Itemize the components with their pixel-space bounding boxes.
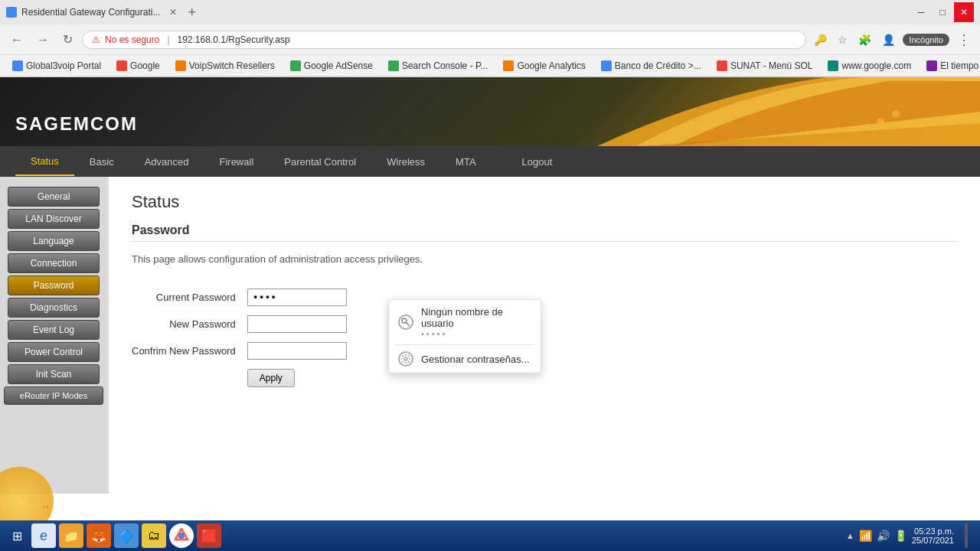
sidebar-item-general[interactable]: General: [8, 187, 100, 207]
title-bar: Residential Gateway Configurati... ✕ + ─…: [0, 0, 980, 24]
page-area: Status Password This page allows configu…: [107, 177, 980, 494]
url-text: 192.168.0.1/RgSecurity.asp: [178, 34, 797, 45]
bookmark-voipswitch[interactable]: VoipSwitch Resellers: [169, 59, 281, 73]
bookmark-label-google: Google: [130, 60, 160, 71]
sidebar-item-password[interactable]: Password: [8, 276, 100, 295]
window-controls: ─ □ ✕: [911, 2, 974, 22]
taskbar-red-icon[interactable]: 🟥: [197, 523, 221, 548]
nav-item-status[interactable]: Status: [15, 148, 74, 176]
bookmark-favicon-voipswitch: [175, 60, 186, 71]
svg-point-1: [892, 110, 900, 118]
sidebar-item-eventlog[interactable]: Event Log: [8, 320, 100, 340]
tray-battery-icon: 🔋: [894, 530, 907, 542]
nav-icons: 🔑 ☆ 🧩 👤 Incógnito: [811, 31, 949, 49]
confirm-password-label: Confrim New Password: [132, 337, 247, 364]
lock-icon: ⚠: [92, 34, 100, 45]
browser-chrome: Residential Gateway Configurati... ✕ + ─…: [0, 0, 980, 77]
close-button[interactable]: ✕: [954, 2, 974, 22]
current-password-label: Current Password: [132, 284, 247, 311]
bookmark-wwwgoogle[interactable]: www.google.com: [822, 59, 917, 73]
bookmark-sunat[interactable]: SUNAT - Menú SOL: [710, 59, 819, 73]
bookmark-google[interactable]: Google: [110, 59, 166, 73]
sidebar-item-erouter[interactable]: eRouter IP Modes: [4, 386, 103, 405]
nav-item-logout[interactable]: Logout: [507, 148, 568, 175]
page-description: This page allows configuration of admini…: [132, 253, 957, 265]
tab-close-icon[interactable]: ✕: [169, 7, 177, 18]
ie-icon: e: [40, 528, 47, 544]
minimize-button[interactable]: ─: [911, 2, 931, 22]
back-button[interactable]: ←: [6, 30, 28, 50]
svg-point-0: [877, 118, 884, 126]
bookmark-favicon-eltiempo: [926, 60, 937, 71]
url-separator: |: [167, 34, 169, 45]
nav-item-advanced[interactable]: Advanced: [129, 148, 204, 175]
gear-autocomplete-icon: [398, 351, 413, 367]
bookmark-global3voip[interactable]: Global3voip Portal: [6, 59, 107, 73]
nav-item-basic[interactable]: Basic: [74, 148, 129, 175]
bookmark-eltiempo[interactable]: El tiempo vale más...: [920, 59, 980, 73]
taskbar-chrome-icon[interactable]: [169, 523, 194, 548]
autocomplete-item-no-user[interactable]: Ningún nombre de usuario •••••: [389, 300, 541, 344]
bookmark-label-analytics: Google Analytics: [517, 60, 585, 71]
user-icon[interactable]: 👤: [879, 31, 898, 49]
sidebar-item-initscan[interactable]: Init Scan: [8, 364, 100, 384]
router-ui: SAGEMCOM Status Basic Advanced Firewall …: [0, 77, 980, 494]
bookmark-star-icon[interactable]: ☆: [835, 31, 851, 49]
refresh-button[interactable]: ↻: [58, 29, 77, 50]
bookmark-favicon-global3voip: [12, 60, 23, 71]
password-form: Current Password New Password Confrim Ne…: [132, 284, 358, 392]
tab-title: Residential Gateway Configurati...: [21, 7, 160, 18]
autocomplete-item-manage[interactable]: Gestionar contraseñas...: [389, 345, 541, 373]
nav-item-firewall[interactable]: Firewall: [204, 148, 269, 175]
maximize-button[interactable]: □: [933, 2, 952, 22]
forward-button[interactable]: →: [32, 30, 54, 50]
router-nav: Status Basic Advanced Firewall Parental …: [0, 146, 980, 177]
key-icon[interactable]: 🔑: [811, 31, 830, 49]
show-desktop-button[interactable]: [965, 523, 968, 548]
autocomplete-item-no-user-content: Ningún nombre de usuario •••••: [421, 306, 531, 338]
router-header: SAGEMCOM: [0, 77, 980, 146]
current-password-input[interactable]: [247, 289, 347, 306]
bookmark-favicon-adsense: [290, 60, 301, 71]
taskbar-back-icon[interactable]: 🔷: [114, 523, 139, 548]
autocomplete-no-user-text: Ningún nombre de usuario: [421, 306, 531, 329]
tray-network-icon: 📶: [859, 530, 872, 542]
nav-item-parental[interactable]: Parental Control: [269, 148, 371, 175]
taskbar-folder-icon[interactable]: 🗂: [142, 523, 166, 548]
taskbar: ⊞ e 📁 🦊 🔷 🗂 🟥 ▲ 📶 🔊 🔋 05:23 p.m. 25/07/2…: [0, 520, 980, 551]
nav-item-mta[interactable]: MTA: [440, 148, 491, 175]
url-prefix: No es seguro: [105, 34, 159, 45]
sidebar-item-powercontrol[interactable]: Power Control: [8, 342, 100, 362]
address-bar[interactable]: ⚠ No es seguro | 192.168.0.1/RgSecurity.…: [82, 31, 806, 49]
extensions-icon[interactable]: 🧩: [855, 31, 874, 49]
sidebar-item-lan[interactable]: LAN Discover: [8, 209, 100, 229]
bookmark-analytics[interactable]: Google Analytics: [497, 59, 591, 73]
autocomplete-manage-text: Gestionar contraseñas...: [421, 354, 530, 365]
sidebar-item-language[interactable]: Language: [8, 231, 100, 251]
new-tab-button[interactable]: +: [181, 5, 202, 21]
menu-icon[interactable]: ⋮: [954, 28, 974, 51]
start-button[interactable]: ⊞: [6, 529, 28, 543]
taskbar-files-icon[interactable]: 📁: [59, 523, 83, 548]
tray-arrow[interactable]: ▲: [846, 531, 854, 540]
tab-favicon: [6, 7, 17, 18]
bookmark-label-global3voip: Global3voip Portal: [26, 60, 101, 71]
bookmark-bancofx[interactable]: Banco de Crédito >...: [595, 59, 707, 73]
sidebar-item-diagnostics[interactable]: Diagnostics: [8, 298, 100, 318]
nav-item-wireless[interactable]: Wireless: [371, 148, 440, 175]
new-password-label: New Password: [132, 311, 247, 337]
autocomplete-dropdown: Ningún nombre de usuario ••••• Gestionar…: [388, 299, 541, 373]
taskbar-firefox-icon[interactable]: 🦊: [87, 523, 111, 548]
bookmark-searchconsole[interactable]: Search Console - P...: [382, 59, 495, 73]
svg-line-3: [407, 323, 410, 327]
new-password-input[interactable]: [247, 315, 347, 333]
taskbar-clock[interactable]: 05:23 p.m. 25/07/2021: [912, 527, 960, 545]
bookmark-adsense[interactable]: Google AdSense: [284, 59, 379, 73]
confirm-password-input[interactable]: [247, 342, 347, 360]
apply-button[interactable]: Apply: [247, 369, 295, 387]
key-autocomplete-icon: [398, 315, 413, 330]
sidebar-item-connection[interactable]: Connection: [8, 253, 100, 273]
router-content: General LAN Discover Language Connection…: [0, 177, 980, 494]
taskbar-ie-icon[interactable]: e: [31, 523, 56, 548]
svg-point-4: [404, 357, 407, 360]
